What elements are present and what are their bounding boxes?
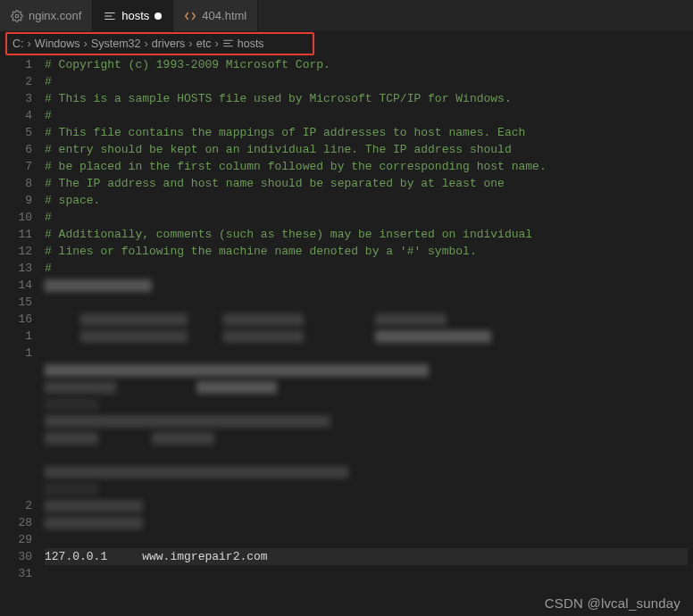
censored-line <box>45 379 688 395</box>
code-line[interactable]: # The IP address and host name should be… <box>45 175 688 192</box>
tab-label: 404.html <box>202 9 246 22</box>
lines-icon <box>222 37 234 49</box>
chevron-right-icon: › <box>213 37 220 50</box>
code-line[interactable]: # entry should be kept on an individual … <box>45 141 688 158</box>
breadcrumb-bar: C: › Windows › System32 › drivers › etc … <box>0 31 693 56</box>
breadcrumb-segment[interactable]: System32 <box>91 37 141 50</box>
editor-area[interactable]: 123 456 789 101112 131415 1611 2 282930 … <box>0 56 693 591</box>
breadcrumb-segment[interactable]: Windows <box>35 37 80 50</box>
tab-nginx-conf[interactable]: nginx.conf <box>0 0 93 31</box>
censored-line <box>45 277 688 294</box>
gear-icon <box>11 10 23 22</box>
dirty-indicator-icon <box>154 12 162 20</box>
tab-bar: nginx.conf hosts 404.html <box>0 0 693 31</box>
censored-line <box>45 311 688 328</box>
code-line[interactable]: # <box>45 73 688 90</box>
breadcrumb-segment[interactable]: etc <box>196 37 212 50</box>
censored-line <box>45 294 688 311</box>
censored-line <box>45 531 688 548</box>
code-line[interactable]: # Copyright (c) 1993-2009 Microsoft Corp… <box>45 56 688 73</box>
censored-line <box>45 497 688 514</box>
svg-point-0 <box>15 14 19 18</box>
line-gutter: 123 456 789 101112 131415 1611 2 282930 … <box>0 56 45 591</box>
watermark: CSDN @lvcal_sunday <box>545 595 680 611</box>
breadcrumb-segment[interactable]: C: <box>13 37 24 50</box>
code-line[interactable]: # <box>45 260 688 277</box>
censored-line <box>45 480 688 497</box>
code-icon <box>184 10 196 22</box>
chevron-right-icon: › <box>187 37 194 50</box>
chevron-right-icon: › <box>82 37 89 50</box>
code-line[interactable]: # lines or following the machine name de… <box>45 243 688 260</box>
code-line[interactable]: # be placed in the first column followed… <box>45 158 688 175</box>
censored-line <box>45 514 688 531</box>
code-line[interactable]: 127.0.0.1 www.imgrepair2.com <box>45 548 688 565</box>
tab-label: hosts <box>121 9 149 22</box>
tab-label: nginx.conf <box>29 9 81 22</box>
tab-404-html[interactable]: 404.html <box>173 0 258 31</box>
tab-hosts[interactable]: hosts <box>93 0 173 31</box>
chevron-right-icon: › <box>26 37 33 50</box>
censored-line <box>45 395 688 412</box>
chevron-right-icon: › <box>143 37 150 50</box>
censored-line <box>45 463 688 480</box>
breadcrumb-segment[interactable]: drivers <box>152 37 186 50</box>
code-line[interactable]: # This is a sample HOSTS file used by Mi… <box>45 90 688 107</box>
breadcrumb: C: › Windows › System32 › drivers › etc … <box>0 34 693 53</box>
code-line[interactable]: # Additionally, comments (such as these)… <box>45 226 688 243</box>
censored-line <box>45 345 688 362</box>
breadcrumb-file[interactable]: hosts <box>222 37 264 50</box>
code-line[interactable]: # <box>45 209 688 226</box>
censored-line <box>45 446 688 463</box>
code-line[interactable]: # <box>45 107 688 124</box>
lines-icon <box>104 10 116 22</box>
censored-line <box>45 412 688 429</box>
code-content[interactable]: # Copyright (c) 1993-2009 Microsoft Corp… <box>45 56 693 591</box>
code-line[interactable]: # space. <box>45 192 688 209</box>
censored-line <box>45 429 688 446</box>
code-line[interactable]: # This file contains the mappings of IP … <box>45 124 688 141</box>
censored-line <box>45 362 688 379</box>
censored-line <box>45 328 688 345</box>
